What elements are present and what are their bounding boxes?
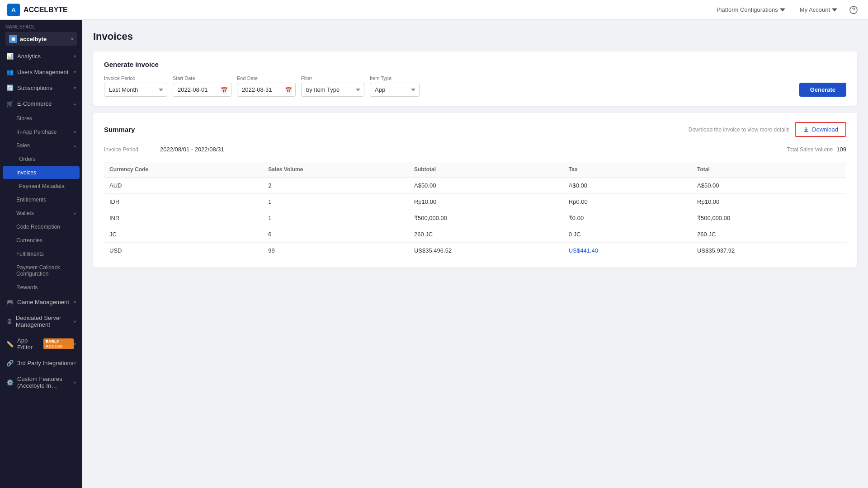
col-subtotal: Subtotal [409, 162, 563, 178]
tax-link[interactable]: US$441.40 [569, 247, 598, 254]
sidebar-item-entitlements[interactable]: Entitlements [0, 193, 82, 206]
sidebar-item-dedicated-server[interactable]: 🖥 Dedicated Server Management ▾ [0, 310, 82, 333]
chevron-icon: ▴ [74, 143, 76, 148]
sidebar-item-ecommerce[interactable]: 🛒 E-Commerce ▴ [0, 96, 82, 112]
namespace-section: NAMESPACE ▣ accelbyte ▾ [0, 20, 82, 48]
start-date-wrap: 📅 [173, 83, 231, 97]
generate-button[interactable]: Generate [799, 83, 846, 97]
sidebar-item-custom-features[interactable]: ⚙️ Custom Features (Accelbyte In… ▾ [0, 371, 82, 394]
sidebar-item-users-management[interactable]: 👥 Users Management ▾ [0, 64, 82, 80]
cell-total: US$35,937.92 [692, 243, 846, 259]
cell-subtotal: A$50.00 [409, 178, 563, 194]
col-tax: Tax [563, 162, 692, 178]
topbar: A ACCELBYTE Platform Configurations My A… [0, 0, 868, 20]
cell-sales-volume: 6 [263, 226, 409, 243]
sidebar-item-code-redemption[interactable]: Code Redemption [0, 220, 82, 234]
sidebar-item-3rd-party[interactable]: 🔗 3rd Party Integrations ▾ [0, 355, 82, 371]
sidebar-item-currencies[interactable]: Currencies [0, 234, 82, 247]
end-date-wrap: 📅 [237, 83, 296, 97]
sidebar-item-subscriptions[interactable]: 🔄 Subscriptions ▾ [0, 80, 82, 96]
invoice-period-meta-label: Invoice Period [104, 146, 138, 153]
filter-group: Filter by Item Type by Currency [301, 75, 364, 97]
cell-currency: USD [104, 243, 263, 259]
subscriptions-icon: 🔄 [6, 84, 14, 91]
end-date-input[interactable] [237, 83, 296, 97]
start-date-group: Start Date 📅 [173, 75, 231, 97]
game-icon: 🎮 [6, 299, 14, 305]
total-sales-value: 109 [836, 146, 846, 153]
app-logo: A ACCELBYTE [7, 4, 68, 16]
table-row: INR 1 ₹500,000.00 ₹0.00 ₹500,000.00 [104, 210, 846, 226]
chevron-icon: ▾ [74, 300, 76, 305]
cell-currency: AUD [104, 178, 263, 194]
cell-total: Rp10.00 [692, 194, 846, 210]
custom-icon: ⚙️ [6, 379, 14, 386]
sidebar-item-stores[interactable]: Stores [0, 112, 82, 125]
invoice-period-meta-value: 2022/08/01 - 2022/08/31 [160, 146, 224, 153]
sidebar-item-analytics[interactable]: 📊 Analytics ▾ [0, 48, 82, 64]
cell-currency: INR [104, 210, 263, 226]
topbar-right: Platform Configurations My Account [711, 3, 861, 17]
sidebar-item-wallets[interactable]: Wallets ▾ [0, 206, 82, 220]
sales-volume-link[interactable]: 1 [268, 198, 271, 205]
chevron-icon: ▾ [74, 54, 76, 59]
sidebar-item-sales[interactable]: Sales ▴ [0, 139, 82, 152]
download-area: Download the invoice to view more detail… [689, 122, 846, 137]
end-date-label: End Date [237, 75, 296, 81]
sidebar-item-invoices[interactable]: Invoices [3, 166, 80, 179]
namespace-selector[interactable]: ▣ accelbyte ▾ [5, 32, 77, 46]
server-icon: 🖥 [6, 318, 12, 325]
ecommerce-icon: 🛒 [6, 100, 14, 107]
logo-icon: A [7, 4, 20, 16]
chevron-icon: ▾ [74, 211, 76, 216]
namespace-label: NAMESPACE [5, 24, 77, 29]
platform-config-button[interactable]: Platform Configurations [711, 4, 791, 16]
sidebar-item-payment-callback[interactable]: Payment Callback Configuration [0, 261, 82, 281]
users-icon: 👥 [6, 69, 14, 75]
cell-total: 260 JC [692, 226, 846, 243]
generate-invoice-card: Generate invoice Invoice Period Last Mon… [93, 52, 857, 106]
start-date-input[interactable] [173, 83, 231, 97]
body-layout: NAMESPACE ▣ accelbyte ▾ 📊 Analytics ▾ 👥 … [0, 20, 868, 488]
item-type-group: Item Type App Coins Bundle Season [370, 75, 420, 97]
sales-volume-link[interactable]: 1 [268, 215, 271, 221]
page-title: Invoices [93, 31, 857, 42]
account-button[interactable]: My Account [794, 4, 843, 16]
item-type-select[interactable]: App Coins Bundle Season [370, 83, 420, 97]
cell-subtotal: ₹500,000.00 [409, 210, 563, 226]
chevron-icon: ▾ [74, 85, 76, 90]
sidebar-item-payment-metadata[interactable]: Payment Metadata [0, 179, 82, 193]
cell-subtotal: 260 JC [409, 226, 563, 243]
cell-total: A$50.00 [692, 178, 846, 194]
filter-select[interactable]: by Item Type by Currency [301, 83, 364, 97]
cell-total: ₹500,000.00 [692, 210, 846, 226]
sidebar-item-fulfillments[interactable]: Fulfillments [0, 247, 82, 261]
chevron-icon: ▾ [74, 361, 76, 366]
summary-header: Summary Download the invoice to view mor… [104, 122, 846, 137]
cell-tax: ₹0.00 [563, 210, 692, 226]
cell-tax: 0 JC [563, 226, 692, 243]
total-sales-area: Total Sales Volume 109 [787, 146, 846, 153]
sidebar-item-game-management[interactable]: 🎮 Game Management ▾ [0, 294, 82, 310]
end-date-group: End Date 📅 [237, 75, 296, 97]
cell-currency: JC [104, 226, 263, 243]
sidebar-item-orders[interactable]: Orders [0, 152, 82, 166]
sidebar-item-app-editor[interactable]: ✏️ App Editor EARLY ACCESS ▾ [0, 333, 82, 355]
invoice-period-label: Invoice Period [104, 75, 167, 81]
col-sales-volume: Sales Volume [263, 162, 409, 178]
chevron-icon: ▾ [74, 130, 76, 135]
app-name: ACCELBYTE [24, 6, 68, 14]
integrations-icon: 🔗 [6, 360, 14, 366]
sidebar-item-in-app-purchase[interactable]: In-App Purchase ▾ [0, 125, 82, 139]
cell-sales-volume: 2 [263, 178, 409, 194]
invoice-period-select[interactable]: Last Month This Month Custom [104, 83, 167, 97]
summary-card: Summary Download the invoice to view mor… [93, 113, 857, 267]
help-button[interactable] [846, 3, 861, 17]
analytics-icon: 📊 [6, 53, 14, 60]
download-button[interactable]: Download [795, 122, 846, 137]
sidebar-item-rewards[interactable]: Rewards [0, 281, 82, 294]
col-currency-code: Currency Code [104, 162, 263, 178]
cell-currency: IDR [104, 194, 263, 210]
col-total: Total [692, 162, 846, 178]
cell-tax: Rp0.00 [563, 194, 692, 210]
